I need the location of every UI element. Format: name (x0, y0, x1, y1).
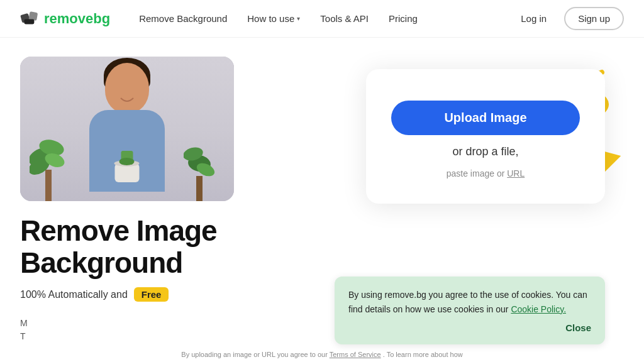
svg-point-15 (119, 158, 135, 165)
person-illustration (80, 63, 174, 201)
cookie-text: By using remove.bg you agree to the use … (348, 288, 591, 316)
nav-how-to-use[interactable]: How to use ▾ (238, 8, 309, 29)
hero-heading: Remove Image Background (20, 215, 347, 278)
svg-rect-3 (45, 170, 52, 201)
footer-note: By uploading an image or URL you agree t… (181, 351, 462, 358)
upload-card: Upload Image or drop a file, paste image… (366, 69, 605, 204)
signup-button[interactable]: Sign up (564, 7, 624, 30)
pot-illustration (110, 148, 145, 185)
nav-pricing[interactable]: Pricing (380, 8, 426, 29)
logo-text: removebg (44, 11, 110, 27)
cookie-close-button[interactable]: Close (565, 322, 591, 333)
nav-remove-background[interactable]: Remove Background (130, 8, 236, 29)
free-badge: Free (134, 287, 169, 302)
navbar: removebg Remove Background How to use ▾ … (0, 0, 644, 38)
terms-of-service-link[interactable]: Terms of Service (330, 351, 381, 358)
svg-rect-8 (196, 176, 203, 201)
nav-links: Remove Background How to use ▾ Tools & A… (130, 8, 511, 29)
logo[interactable]: removebg (20, 10, 110, 28)
login-button[interactable]: Log in (511, 8, 557, 29)
hero-image (20, 57, 234, 201)
logo-icon (20, 10, 40, 28)
cookie-policy-link[interactable]: Cookie Policy. (511, 304, 566, 314)
drop-subtext: paste image or URL (447, 168, 525, 178)
plant-right-icon (184, 132, 215, 201)
nav-auth: Log in Sign up (511, 7, 624, 30)
plant-left-icon (30, 119, 67, 201)
nav-tools-api[interactable]: Tools & API (311, 8, 377, 29)
svg-rect-2 (24, 19, 34, 24)
url-link[interactable]: URL (507, 168, 525, 178)
hero-subtext: 100% Automatically and Free (20, 287, 347, 302)
mobile-hint: M T (20, 317, 146, 343)
right-side: Upload Image or drop a file, paste image… (347, 57, 624, 362)
cookie-close-row: Close (348, 322, 591, 333)
drop-text: or drop a file, (452, 145, 518, 158)
person-body (89, 110, 165, 192)
main-content: Remove Image Background 100% Automatical… (0, 38, 644, 362)
left-side: Remove Image Background 100% Automatical… (20, 57, 347, 362)
how-to-use-arrow-icon: ▾ (297, 15, 300, 22)
person-head (105, 63, 149, 113)
upload-image-button[interactable]: Upload Image (391, 101, 580, 135)
cookie-banner: By using remove.bg you agree to the use … (335, 277, 605, 344)
